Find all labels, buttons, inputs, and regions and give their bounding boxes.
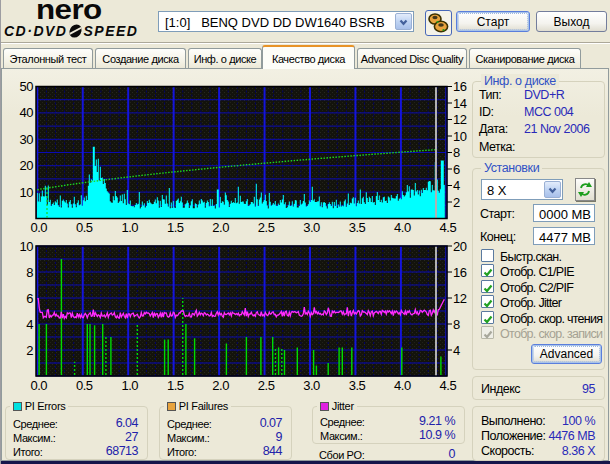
svg-text:3.5: 3.5 <box>349 220 366 235</box>
svg-text:6: 6 <box>26 291 33 306</box>
svg-text:30: 30 <box>20 132 34 147</box>
svg-text:1.5: 1.5 <box>167 378 184 393</box>
svg-text:8: 8 <box>453 145 460 160</box>
svg-text:3.5: 3.5 <box>349 378 366 393</box>
svg-text:0.0: 0.0 <box>31 220 48 235</box>
svg-text:3.0: 3.0 <box>303 378 320 393</box>
svg-text:4: 4 <box>26 317 33 332</box>
svg-text:6: 6 <box>453 162 460 177</box>
svg-text:2: 2 <box>453 195 460 210</box>
svg-text:4.5: 4.5 <box>440 378 457 393</box>
svg-text:4: 4 <box>453 178 460 193</box>
svg-text:10: 10 <box>20 185 34 200</box>
svg-text:16: 16 <box>453 80 467 94</box>
svg-text:20: 20 <box>20 158 34 173</box>
svg-text:0.5: 0.5 <box>76 220 93 235</box>
svg-text:1.0: 1.0 <box>121 378 138 393</box>
svg-text:2.5: 2.5 <box>258 378 275 393</box>
svg-text:10: 10 <box>453 129 467 144</box>
svg-text:2: 2 <box>26 343 33 358</box>
svg-text:10: 10 <box>20 240 34 254</box>
svg-text:2.5: 2.5 <box>258 220 275 235</box>
svg-text:12: 12 <box>453 112 467 127</box>
svg-text:8: 8 <box>453 317 460 332</box>
svg-text:1.0: 1.0 <box>121 220 138 235</box>
svg-text:8: 8 <box>26 265 33 280</box>
svg-text:4.0: 4.0 <box>394 220 411 235</box>
svg-text:3.0: 3.0 <box>303 220 320 235</box>
svg-text:50: 50 <box>20 80 34 94</box>
svg-text:4: 4 <box>453 343 460 358</box>
svg-text:12: 12 <box>453 291 467 306</box>
svg-text:20: 20 <box>453 240 467 254</box>
svg-text:0.0: 0.0 <box>31 378 48 393</box>
svg-text:4.0: 4.0 <box>394 378 411 393</box>
svg-text:0.5: 0.5 <box>76 378 93 393</box>
svg-text:14: 14 <box>453 96 467 111</box>
svg-text:2.0: 2.0 <box>212 220 229 235</box>
svg-text:40: 40 <box>20 105 34 120</box>
svg-text:1.5: 1.5 <box>167 220 184 235</box>
svg-text:2.0: 2.0 <box>212 378 229 393</box>
svg-text:16: 16 <box>453 265 467 280</box>
svg-text:4.5: 4.5 <box>440 220 457 235</box>
